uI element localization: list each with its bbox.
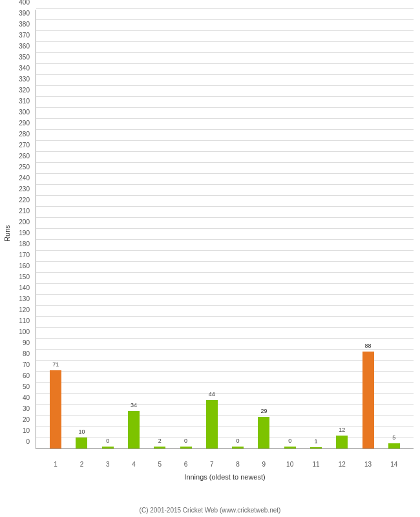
bar-value-label: 5	[392, 434, 395, 441]
y-axis-label: 70	[23, 361, 30, 368]
y-axis-label: 60	[23, 372, 30, 379]
y-axis-label: 40	[23, 394, 30, 401]
bar-group: 44	[199, 400, 225, 448]
x-axis-label: 7	[199, 461, 225, 468]
bar-value-label: 88	[365, 343, 372, 349]
bar-group: 5	[381, 443, 407, 449]
bar-value-label: 12	[339, 427, 345, 433]
x-axis-label: 3	[95, 461, 121, 468]
y-axis-label: 210	[19, 207, 30, 215]
y-axis-label: 140	[19, 284, 30, 291]
bar-group: 0	[225, 447, 251, 448]
bar-group: 88	[355, 352, 381, 448]
bar-group: 0	[277, 447, 303, 448]
bar-green: 29	[258, 417, 269, 448]
x-axis-label: 10	[277, 461, 303, 468]
y-axis-label: 120	[19, 306, 30, 313]
bar-group: 2	[147, 447, 173, 448]
y-axis-label: 280	[19, 131, 30, 138]
y-axis-label: 360	[19, 43, 30, 50]
bar-green: 2	[154, 447, 165, 448]
y-axis-label: 170	[19, 251, 30, 258]
grid-line	[36, 8, 414, 9]
bar-value-label: 34	[131, 402, 137, 408]
x-axis-labels: 1234567891011121314	[36, 461, 414, 468]
y-axis-label: 230	[19, 185, 30, 193]
bar-orange: 88	[362, 352, 374, 448]
y-axis-label: 30	[23, 405, 30, 412]
bar-value-label: 71	[52, 361, 59, 368]
bar-value-label: 44	[209, 391, 215, 397]
bar-green: 0	[180, 447, 192, 448]
bar-orange: 71	[50, 370, 61, 448]
bar-value-label: 1	[314, 438, 317, 445]
bar-value-label: 0	[184, 438, 187, 444]
bar-value-label: 0	[236, 438, 240, 444]
x-axis-label: 14	[381, 461, 407, 468]
y-axis-label: 190	[19, 229, 30, 237]
y-axis-labels: 0102030405060708090100110120130140150160…	[4, 10, 33, 448]
bar-green: 44	[206, 400, 218, 448]
bar-green: 1	[310, 447, 322, 448]
bar-group: 29	[251, 417, 277, 448]
x-axis-title: Innings (oldest to newest)	[184, 473, 265, 481]
y-axis-label: 400	[19, 0, 30, 6]
x-axis-label: 4	[121, 461, 147, 468]
bar-group: 0	[95, 447, 121, 448]
x-axis-label: 11	[303, 461, 329, 468]
y-axis-label: 380	[19, 21, 30, 28]
y-axis-label: 310	[19, 98, 30, 105]
y-axis-label: 20	[23, 416, 30, 423]
bar-value-label: 2	[158, 438, 162, 444]
y-axis-label: 80	[23, 350, 30, 357]
bar-group: 1	[303, 447, 329, 448]
y-axis-label: 50	[23, 383, 30, 390]
x-axis-label: 2	[68, 461, 94, 468]
y-axis-label: 90	[23, 339, 30, 346]
bar-group: 71	[43, 370, 68, 448]
y-axis-label: 200	[19, 218, 30, 226]
x-axis-label: 8	[225, 461, 251, 468]
y-axis-label: 220	[19, 196, 30, 204]
y-axis-label: 330	[19, 76, 30, 83]
bar-value-label: 29	[260, 408, 267, 414]
bar-green: 0	[102, 447, 114, 448]
bar-green: 0	[232, 447, 244, 448]
bar-green: 0	[284, 447, 296, 448]
y-axis-label: 350	[19, 54, 30, 61]
y-axis-label: 260	[19, 153, 30, 160]
x-axis-label: 1	[43, 461, 68, 468]
y-axis-label: 110	[19, 317, 30, 324]
y-axis-label: 320	[19, 87, 30, 94]
y-axis-label: 160	[19, 262, 30, 269]
y-axis-label: 370	[19, 32, 30, 39]
bar-group: 0	[173, 447, 198, 448]
y-axis-label: 390	[19, 10, 30, 17]
y-axis-label: 180	[19, 240, 30, 248]
bar-value-label: 10	[78, 428, 85, 435]
y-axis-label: 250	[19, 164, 30, 171]
y-axis-label: 10	[23, 427, 30, 434]
y-axis-label: 340	[19, 65, 30, 72]
bar-green: 12	[336, 436, 348, 448]
y-axis-label: 100	[19, 328, 30, 335]
chart-area: Runs 01020304050607080901001101201301401…	[36, 10, 414, 449]
bar-group: 34	[121, 411, 147, 448]
footer: (C) 2001-2015 Cricket Web (www.cricketwe…	[0, 507, 420, 514]
bar-group: 10	[68, 438, 94, 448]
bar-value-label: 0	[106, 438, 109, 444]
x-axis-label: 6	[173, 461, 198, 468]
y-axis-label: 130	[19, 295, 30, 302]
bar-green: 34	[128, 411, 140, 448]
y-axis-label: 0	[26, 438, 30, 445]
x-axis-label: 13	[355, 461, 381, 468]
bar-green: 10	[76, 438, 87, 448]
x-axis-label: 9	[251, 461, 277, 468]
y-axis-label: 270	[19, 142, 30, 149]
chart-container: Runs 01020304050607080901001101201301401…	[0, 0, 420, 517]
bar-green: 5	[388, 443, 400, 449]
bars-container: 711003420440290112885	[36, 10, 414, 448]
y-axis-label: 240	[19, 174, 30, 182]
y-axis-label: 300	[19, 109, 30, 116]
y-axis-label: 150	[19, 273, 30, 280]
